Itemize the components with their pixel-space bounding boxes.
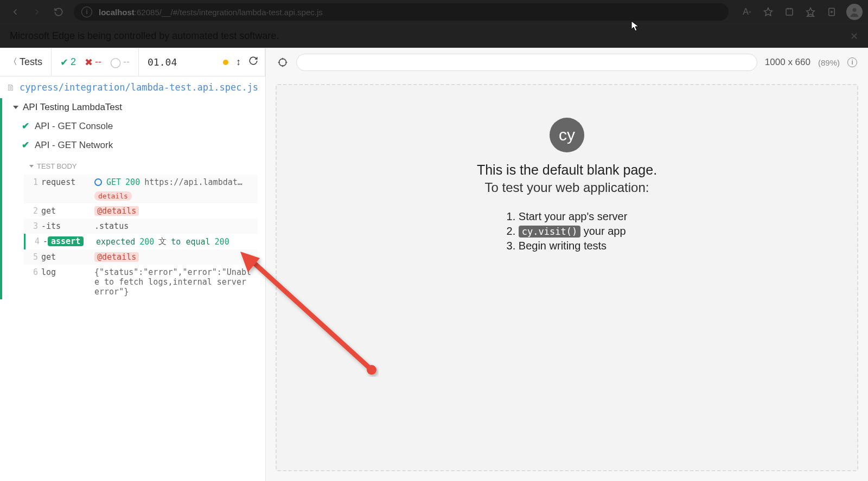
back-button[interactable] bbox=[5, 4, 25, 20]
preview-pane: 1000 x 660 (89%) i cy This is the defaul… bbox=[266, 48, 868, 481]
svg-marker-0 bbox=[764, 8, 773, 16]
profile-avatar[interactable] bbox=[846, 4, 863, 20]
read-aloud-icon[interactable]: A» bbox=[737, 4, 757, 20]
browser-toolbar: i localhost:62085/__/#/tests/integration… bbox=[0, 0, 868, 24]
info-icon[interactable]: i bbox=[847, 57, 857, 67]
collections-icon[interactable] bbox=[822, 4, 841, 20]
command-row[interactable]: 1 request GET 200 https://api.lambdat… d… bbox=[24, 175, 258, 203]
viewport-scale: (89%) bbox=[818, 58, 840, 67]
test-row[interactable]: ✔ API - GET Console bbox=[2, 117, 265, 136]
command-row[interactable]: 6 log {"status":"error","error":"Unable … bbox=[24, 265, 258, 299]
check-icon: ✔ bbox=[22, 120, 29, 132]
test-name: API - GET Console bbox=[35, 121, 113, 132]
selector-playground-icon[interactable] bbox=[277, 56, 289, 68]
svg-point-7 bbox=[852, 8, 856, 12]
restart-icon[interactable] bbox=[248, 56, 258, 68]
svg-point-8 bbox=[279, 59, 286, 66]
list-item: Begin writing tests bbox=[507, 240, 628, 252]
file-icon: 🗎 bbox=[7, 82, 15, 93]
spec-path[interactable]: cypress/integration/lambda-test.api.spec… bbox=[20, 82, 258, 93]
command-row[interactable]: 5 get @details bbox=[24, 249, 258, 265]
list-item: Start your app's server bbox=[507, 210, 628, 223]
chevron-down-icon bbox=[13, 106, 18, 109]
suite-title: API Testing LambdaTest bbox=[23, 102, 122, 113]
assert-badge: assert bbox=[48, 236, 84, 246]
aut-iframe: cy This is the default blank page. To te… bbox=[276, 84, 858, 471]
status-dot-icon bbox=[223, 60, 228, 65]
banner-text: Microsoft Edge is being controlled by au… bbox=[10, 30, 279, 42]
passed-count: ✔ 2 bbox=[60, 56, 76, 68]
automation-banner: Microsoft Edge is being controlled by au… bbox=[0, 24, 868, 48]
alias-pill: @details bbox=[94, 206, 139, 216]
check-icon: ✔ bbox=[22, 139, 29, 151]
command-row[interactable]: 2 get @details bbox=[24, 203, 258, 219]
command-row[interactable]: 3 -its .status bbox=[24, 219, 258, 234]
instruction-list: Start your app's server cy.visit() your … bbox=[507, 210, 628, 252]
list-item: cy.visit() your app bbox=[507, 225, 628, 238]
favorite-icon[interactable] bbox=[758, 4, 778, 20]
failed-count: ✖ -- bbox=[85, 56, 101, 68]
tests-back-button[interactable]: 〈 Tests bbox=[0, 48, 52, 76]
url-path: :62085/__/#/tests/integration/lambda-tes… bbox=[135, 8, 323, 17]
forward-button[interactable] bbox=[27, 4, 47, 20]
svg-marker-2 bbox=[807, 8, 815, 16]
chevron-down-icon bbox=[29, 165, 34, 168]
cypress-logo-icon: cy bbox=[550, 118, 584, 152]
duration: 01.04 bbox=[139, 56, 186, 68]
pending-count: ◯ -- bbox=[110, 56, 130, 68]
viewport-size: 1000 x 660 bbox=[765, 57, 810, 68]
address-bar[interactable]: i localhost:62085/__/#/tests/integration… bbox=[74, 3, 729, 21]
svg-rect-1 bbox=[786, 9, 793, 15]
test-name: API - GET Network bbox=[35, 140, 113, 151]
reporter-pane: 〈 Tests ✔ 2 ✖ -- ◯ -- 01.04 ↕ bbox=[0, 48, 266, 481]
url-host: localhost bbox=[99, 8, 135, 17]
chrome-right-icons: A» bbox=[734, 4, 863, 20]
site-info-icon[interactable]: i bbox=[81, 7, 92, 17]
test-body-label[interactable]: TEST BODY bbox=[24, 158, 258, 175]
refresh-button[interactable] bbox=[49, 4, 68, 20]
blank-page-heading: This is the default blank page. bbox=[309, 162, 825, 178]
tests-label: Tests bbox=[20, 56, 42, 68]
command-row[interactable]: 4 -assert expected 200 文 to equal 200 bbox=[24, 234, 258, 249]
suite-header[interactable]: API Testing LambdaTest bbox=[2, 98, 265, 117]
nav-buttons bbox=[5, 4, 68, 20]
spinner-icon bbox=[94, 178, 102, 186]
chevron-left-icon: 〈 bbox=[9, 56, 17, 68]
alias-pill: @details bbox=[94, 252, 139, 262]
favorites-bar-icon[interactable] bbox=[801, 4, 820, 20]
banner-close-icon[interactable]: ✕ bbox=[850, 30, 858, 42]
code-chip: cy.visit() bbox=[519, 226, 580, 238]
test-row[interactable]: ✔ API - GET Network bbox=[2, 136, 265, 155]
aut-url-input[interactable] bbox=[296, 54, 757, 71]
extensions-icon[interactable] bbox=[780, 4, 799, 20]
details-pill[interactable]: details bbox=[94, 191, 132, 201]
resize-icon[interactable]: ↕ bbox=[236, 56, 241, 68]
blank-page-subheading: To test your web application: bbox=[309, 180, 825, 195]
